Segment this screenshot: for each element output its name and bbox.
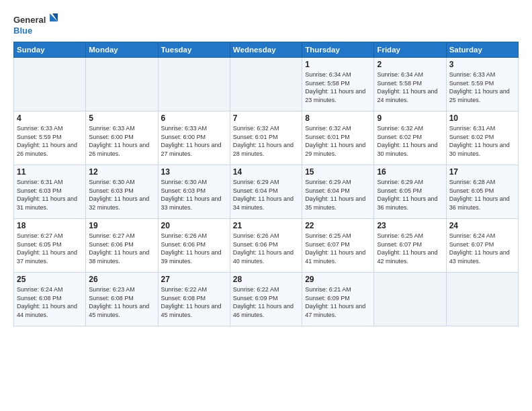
calendar-cell: [374, 273, 446, 326]
day-number: 19: [89, 221, 154, 230]
calendar-cell: 29Sunrise: 6:21 AM Sunset: 6:09 PM Dayli…: [302, 273, 374, 326]
day-info: Sunrise: 6:33 AM Sunset: 5:59 PM Dayligh…: [449, 71, 515, 104]
calendar-cell: [230, 58, 302, 111]
day-info: Sunrise: 6:26 AM Sunset: 6:06 PM Dayligh…: [233, 232, 299, 265]
calendar-cell: 20Sunrise: 6:26 AM Sunset: 6:06 PM Dayli…: [158, 219, 230, 273]
day-info: Sunrise: 6:22 AM Sunset: 6:09 PM Dayligh…: [233, 285, 299, 319]
day-number: 5: [89, 113, 154, 123]
day-info: Sunrise: 6:23 AM Sunset: 6:08 PM Dayligh…: [89, 285, 154, 319]
day-info: Sunrise: 6:22 AM Sunset: 6:08 PM Dayligh…: [161, 285, 227, 319]
svg-text:Blue: Blue: [13, 26, 32, 36]
day-info: Sunrise: 6:21 AM Sunset: 6:09 PM Dayligh…: [305, 285, 371, 319]
col-header-monday: Monday: [86, 42, 158, 58]
calendar-cell: 5Sunrise: 6:33 AM Sunset: 6:00 PM Daylig…: [86, 111, 158, 165]
calendar-cell: 21Sunrise: 6:26 AM Sunset: 6:06 PM Dayli…: [230, 219, 302, 273]
day-number: 29: [305, 275, 371, 284]
day-number: 25: [17, 275, 83, 284]
day-info: Sunrise: 6:27 AM Sunset: 6:06 PM Dayligh…: [89, 232, 154, 265]
day-number: 14: [233, 167, 299, 177]
day-info: Sunrise: 6:25 AM Sunset: 6:07 PM Dayligh…: [305, 232, 371, 265]
calendar-cell: 16Sunrise: 6:29 AM Sunset: 6:05 PM Dayli…: [374, 165, 446, 219]
calendar-cell: [158, 58, 230, 111]
day-number: 13: [161, 167, 227, 177]
col-header-wednesday: Wednesday: [230, 42, 302, 58]
day-number: 17: [449, 167, 515, 177]
day-number: 10: [449, 113, 515, 123]
calendar-cell: 27Sunrise: 6:22 AM Sunset: 6:08 PM Dayli…: [158, 273, 230, 326]
calendar-cell: [86, 58, 158, 111]
calendar-table: SundayMondayTuesdayWednesdayThursdayFrid…: [13, 42, 519, 326]
day-number: 11: [17, 167, 83, 177]
day-number: 23: [377, 221, 443, 230]
day-info: Sunrise: 6:33 AM Sunset: 6:00 PM Dayligh…: [89, 124, 154, 158]
calendar-cell: 8Sunrise: 6:32 AM Sunset: 6:01 PM Daylig…: [302, 111, 374, 165]
col-header-thursday: Thursday: [302, 42, 374, 58]
calendar-cell: [446, 273, 518, 326]
day-number: 18: [17, 221, 83, 230]
day-info: Sunrise: 6:28 AM Sunset: 6:05 PM Dayligh…: [449, 178, 515, 212]
day-info: Sunrise: 6:31 AM Sunset: 6:03 PM Dayligh…: [17, 178, 83, 212]
day-number: 9: [377, 113, 443, 123]
day-info: Sunrise: 6:25 AM Sunset: 6:07 PM Dayligh…: [377, 232, 443, 265]
day-number: 24: [449, 221, 515, 230]
day-number: 7: [233, 113, 299, 123]
calendar-cell: 13Sunrise: 6:30 AM Sunset: 6:03 PM Dayli…: [158, 165, 230, 219]
day-info: Sunrise: 6:27 AM Sunset: 6:05 PM Dayligh…: [17, 232, 83, 265]
day-number: 1: [305, 60, 371, 69]
day-info: Sunrise: 6:26 AM Sunset: 6:06 PM Dayligh…: [161, 232, 227, 265]
day-info: Sunrise: 6:32 AM Sunset: 6:02 PM Dayligh…: [377, 124, 443, 158]
day-number: 27: [161, 275, 227, 284]
day-number: 8: [305, 113, 371, 123]
day-info: Sunrise: 6:24 AM Sunset: 6:07 PM Dayligh…: [449, 232, 515, 265]
calendar-cell: 23Sunrise: 6:25 AM Sunset: 6:07 PM Dayli…: [374, 219, 446, 273]
day-info: Sunrise: 6:29 AM Sunset: 6:05 PM Dayligh…: [377, 178, 443, 212]
calendar-cell: 28Sunrise: 6:22 AM Sunset: 6:09 PM Dayli…: [230, 273, 302, 326]
calendar-cell: 24Sunrise: 6:24 AM Sunset: 6:07 PM Dayli…: [446, 219, 518, 273]
calendar-cell: 18Sunrise: 6:27 AM Sunset: 6:05 PM Dayli…: [14, 219, 86, 273]
calendar-cell: 26Sunrise: 6:23 AM Sunset: 6:08 PM Dayli…: [86, 273, 158, 326]
calendar-cell: 7Sunrise: 6:32 AM Sunset: 6:01 PM Daylig…: [230, 111, 302, 165]
col-header-sunday: Sunday: [14, 42, 86, 58]
calendar-cell: 6Sunrise: 6:33 AM Sunset: 6:00 PM Daylig…: [158, 111, 230, 165]
calendar-cell: 10Sunrise: 6:31 AM Sunset: 6:02 PM Dayli…: [446, 111, 518, 165]
svg-text:General: General: [13, 15, 46, 25]
day-info: Sunrise: 6:33 AM Sunset: 6:00 PM Dayligh…: [161, 124, 227, 158]
calendar-cell: 22Sunrise: 6:25 AM Sunset: 6:07 PM Dayli…: [302, 219, 374, 273]
day-info: Sunrise: 6:24 AM Sunset: 6:08 PM Dayligh…: [17, 285, 83, 319]
day-number: 21: [233, 221, 299, 230]
calendar-cell: 25Sunrise: 6:24 AM Sunset: 6:08 PM Dayli…: [14, 273, 86, 326]
calendar-cell: 11Sunrise: 6:31 AM Sunset: 6:03 PM Dayli…: [14, 165, 86, 219]
day-number: 26: [89, 275, 154, 284]
day-info: Sunrise: 6:34 AM Sunset: 5:58 PM Dayligh…: [305, 71, 371, 104]
day-number: 3: [449, 60, 515, 69]
calendar-cell: 4Sunrise: 6:33 AM Sunset: 5:59 PM Daylig…: [14, 111, 86, 165]
calendar-cell: 12Sunrise: 6:30 AM Sunset: 6:03 PM Dayli…: [86, 165, 158, 219]
col-header-saturday: Saturday: [446, 42, 518, 58]
day-number: 20: [161, 221, 227, 230]
calendar-cell: [14, 58, 86, 111]
calendar-cell: 3Sunrise: 6:33 AM Sunset: 5:59 PM Daylig…: [446, 58, 518, 111]
day-info: Sunrise: 6:29 AM Sunset: 6:04 PM Dayligh…: [233, 178, 299, 212]
calendar-cell: 2Sunrise: 6:34 AM Sunset: 5:58 PM Daylig…: [374, 58, 446, 111]
calendar-cell: 1Sunrise: 6:34 AM Sunset: 5:58 PM Daylig…: [302, 58, 374, 111]
col-header-tuesday: Tuesday: [158, 42, 230, 58]
day-info: Sunrise: 6:34 AM Sunset: 5:58 PM Dayligh…: [377, 71, 443, 104]
day-number: 4: [17, 113, 83, 123]
day-number: 12: [89, 167, 154, 177]
day-number: 2: [377, 60, 443, 69]
day-number: 6: [161, 113, 227, 123]
day-info: Sunrise: 6:32 AM Sunset: 6:01 PM Dayligh…: [305, 124, 371, 158]
calendar-cell: 19Sunrise: 6:27 AM Sunset: 6:06 PM Dayli…: [86, 219, 158, 273]
calendar-cell: 9Sunrise: 6:32 AM Sunset: 6:02 PM Daylig…: [374, 111, 446, 165]
logo: GeneralBlue: [13, 12, 60, 36]
calendar-cell: 14Sunrise: 6:29 AM Sunset: 6:04 PM Dayli…: [230, 165, 302, 219]
day-info: Sunrise: 6:29 AM Sunset: 6:04 PM Dayligh…: [305, 178, 371, 212]
calendar-cell: 15Sunrise: 6:29 AM Sunset: 6:04 PM Dayli…: [302, 165, 374, 219]
day-info: Sunrise: 6:33 AM Sunset: 5:59 PM Dayligh…: [17, 124, 83, 158]
day-info: Sunrise: 6:31 AM Sunset: 6:02 PM Dayligh…: [449, 124, 515, 158]
day-info: Sunrise: 6:30 AM Sunset: 6:03 PM Dayligh…: [161, 178, 227, 212]
day-number: 16: [377, 167, 443, 177]
day-number: 28: [233, 275, 299, 284]
day-info: Sunrise: 6:32 AM Sunset: 6:01 PM Dayligh…: [233, 124, 299, 158]
day-info: Sunrise: 6:30 AM Sunset: 6:03 PM Dayligh…: [89, 178, 154, 212]
